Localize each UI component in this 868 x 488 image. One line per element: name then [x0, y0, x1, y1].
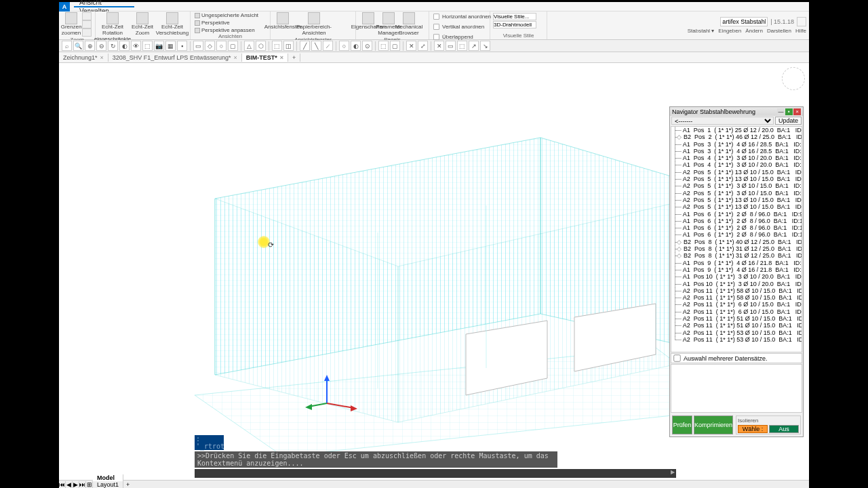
search-input[interactable]	[720, 17, 768, 26]
pruefen-button[interactable]: Prüfen	[672, 415, 692, 434]
toolbar-btn-41[interactable]: ↘	[480, 41, 490, 51]
command-input[interactable]	[195, 469, 676, 478]
sublink-hilfe[interactable]: Hilfe	[795, 28, 806, 34]
navigator-min-icon[interactable]: —	[777, 108, 785, 115]
layout-nav[interactable]: ⏮◀▶⏭⊞	[59, 481, 93, 488]
navigator-row[interactable]: ├◇ B2 Pos 8 ( 1* 1*) 40 Ø 12 / 25.0 BA:1…	[671, 239, 802, 245]
navigator-row[interactable]: ├─ A1 Pos 6 ( 1* 1*) 2 Ø 8 / 96.0 BA:1 I…	[671, 218, 802, 224]
toolbar-btn-32[interactable]: ▢	[390, 41, 400, 51]
toolbar-btn-24[interactable]: ╲	[311, 41, 321, 51]
navigator-row[interactable]: ├◇ B2 Pos 8 ( 1* 1*) 31 Ø 12 / 25.0 BA:1…	[671, 245, 802, 252]
navigator-row[interactable]: ├─ A1 Pos 3 ( 1* 1*) 4 Ø 16 / 28.5 BA:1 …	[671, 148, 802, 155]
check-vertikal[interactable]: Vertikal anordnen	[432, 22, 484, 31]
ansicht-perspektive-anpassen[interactable]: Perspektive anpassen	[193, 27, 256, 33]
toolbar-btn-21[interactable]: ◫	[283, 41, 294, 51]
aus-button[interactable]: Aus	[769, 425, 799, 433]
navigator-row[interactable]: ├─ A2 Pos 11 ( 1* 1*) 53 Ø 10 / 15.0 BA:…	[671, 329, 802, 336]
toolbar-btn-20[interactable]: ⬚	[272, 41, 282, 51]
toolbar-btn-35[interactable]: ⤢	[418, 41, 428, 51]
close-icon[interactable]: ×	[280, 54, 283, 61]
layout-add[interactable]: +	[123, 481, 132, 488]
toolbar-btn-8[interactable]: 📷	[154, 41, 164, 51]
navigator-close-icon[interactable]: ×	[793, 108, 801, 115]
toolbar-btn-12[interactable]: ▭	[193, 41, 203, 51]
navigator-row[interactable]: └─ A2 Pos 11 ( 1* 1*) 53 Ø 10 / 15.0 BA:…	[671, 336, 802, 343]
navigator-row[interactable]: ├─ A2 Pos 11 ( 1* 1*) 51 Ø 10 / 15.0 BA:…	[671, 315, 802, 322]
zoom-btn-2[interactable]	[82, 20, 92, 28]
toolbar-btn-10[interactable]: ▪	[177, 41, 187, 51]
layout-tab-layout1[interactable]: Layout1	[93, 481, 123, 488]
toolbar-btn-29[interactable]: ⊙	[362, 41, 372, 51]
toolbar-btn-5[interactable]: ◐	[119, 41, 130, 51]
sublink-darstellen[interactable]: Darstellen	[767, 28, 791, 34]
navigator-row[interactable]: ├─ A1 Pos 1 ( 1* 1*) 25 Ø 12 / 20.0 BA:1…	[671, 127, 802, 134]
toolbar-btn-23[interactable]: ╱	[300, 41, 310, 51]
toolbar-btn-39[interactable]: ⬚	[457, 41, 467, 51]
navigator-row[interactable]: ├─ A1 Pos 6 ( 1* 1*) 2 Ø 8 / 96.0 BA:1 I…	[671, 224, 802, 231]
toolbar-btn-4[interactable]: ↻	[108, 41, 118, 51]
doc-tab-add[interactable]: +	[288, 54, 300, 62]
toolbar-btn-28[interactable]: ◐	[351, 41, 361, 51]
viewport-3d[interactable]: ⟳ : '_rtrot >>Drücken Sie die Eingabetas…	[59, 63, 809, 488]
navigator-row[interactable]: ├─ A2 Pos 11 ( 1* 1*) 51 Ø 10 / 15.0 BA:…	[671, 322, 802, 329]
ansicht-perspektive[interactable]: Perspektive	[193, 20, 231, 26]
navigator-row[interactable]: ├─ A1 Pos 9 ( 1* 1*) 4 Ø 16 / 21.8 BA:1 …	[671, 266, 802, 273]
nav-echt-zeit[interactable]: Echt-Zeit Verschiebung	[158, 12, 186, 37]
navigator-row[interactable]: ├─ A1 Pos 6 ( 1* 1*) 2 Ø 8 / 96.0 BA:1 I…	[671, 211, 802, 218]
toolbar-btn-13[interactable]: ◇	[205, 41, 215, 51]
navigator-row[interactable]: ├─ A1 Pos 10 ( 1* 1*) 3 Ø 10 / 20.0 BA:1…	[671, 281, 802, 287]
close-icon[interactable]: ×	[100, 54, 104, 61]
toolbar-btn-0[interactable]: ⌕	[62, 41, 72, 51]
drahtmodell-combo[interactable]	[493, 21, 536, 28]
navigator-row[interactable]: ├─ A2 Pos 5 ( 1* 1*) 3 Ø 10 / 15.0 BA:1 …	[671, 190, 802, 197]
check-horizontal[interactable]: Horizontal anordnen	[432, 12, 491, 21]
eigenschaften-button[interactable]: Eigenschaften	[359, 12, 378, 30]
toolbar-btn-34[interactable]: ✕	[406, 41, 416, 51]
navigator-list[interactable]: ├─ A1 Pos 1 ( 1* 1*) 25 Ø 12 / 20.0 BA:1…	[671, 126, 802, 352]
ansicht-ungespeichert[interactable]: Ungespeicherte Ansicht	[193, 12, 260, 18]
toolbar-btn-25[interactable]: ⟋	[323, 41, 333, 51]
navigator-row[interactable]: ├─ A1 Pos 3 ( 1* 1*) 4 Ø 16 / 28.5 BA:1 …	[671, 141, 802, 148]
navigator-row[interactable]: ├─ A2 Pos 5 ( 1* 1*) 13 Ø 10 / 15.0 BA:1…	[671, 203, 802, 210]
navigator-row[interactable]: ├◇ B2 Pos 2 ( 1* 1*) 46 Ø 12 / 25.0 BA:1…	[671, 134, 802, 140]
app-icon[interactable]: A	[59, 2, 70, 12]
toolbar-btn-1[interactable]: 🔍	[73, 41, 83, 51]
navigator-multiselect[interactable]: Auswahl mehrerer Datensätze.	[671, 353, 802, 363]
waehle-button[interactable]: Wähle :	[738, 425, 768, 433]
toolbar-btn-7[interactable]: ⬚	[142, 41, 153, 51]
doc-tab[interactable]: Zeichnung1*×	[59, 54, 108, 62]
navigator-filter-select[interactable]: <-------	[671, 117, 774, 125]
navigator-row[interactable]: ├─ A1 Pos 9 ( 1* 1*) 4 Ø 16 / 21.8 BA:1 …	[671, 260, 802, 266]
navigator-row[interactable]: ├─ A1 Pos 4 ( 1* 1*) 3 Ø 10 / 20.0 BA:1 …	[671, 161, 802, 168]
toolbar-btn-18[interactable]: ⬡	[256, 41, 266, 51]
view-cube[interactable]	[782, 67, 805, 90]
navigator-row[interactable]: ├─ A1 Pos 4 ( 1* 1*) 3 Ø 10 / 20.0 BA:1 …	[671, 155, 802, 161]
toolbar-btn-31[interactable]: ⬚	[378, 41, 389, 51]
mechanical-browser-button[interactable]: Mechanical Browser	[399, 12, 418, 37]
visuelle-stile-combo[interactable]	[493, 13, 536, 20]
navigator-row[interactable]: ├─ A1 Pos 6 ( 1* 1*) 2 Ø 8 / 96.0 BA:1 I…	[671, 231, 802, 238]
toolbar-btn-40[interactable]: ↗	[469, 41, 479, 51]
papierbereich-button[interactable]: Papierbereich-Ansichten	[294, 12, 334, 37]
toolbar-btn-6[interactable]: 👁	[131, 41, 141, 51]
nav-echt-zeit[interactable]: Echt-Zeit Zoom	[128, 12, 157, 37]
navigator-title-bar[interactable]: Navigator Stabstahlbewehrung — ▪ ×	[670, 107, 803, 116]
toolbar-btn-17[interactable]: △	[244, 41, 254, 51]
toolbar-btn-27[interactable]: ○	[339, 41, 349, 51]
navigator-row[interactable]: ├─ A1 Pos 10 ( 1* 1*) 3 Ø 10 / 20.0 BA:1…	[671, 273, 802, 280]
navigator-row[interactable]: ├─ A2 Pos 5 ( 1* 1*) 3 Ø 10 / 15.0 BA:1 …	[671, 182, 802, 189]
navigator-row[interactable]: ├─ A2 Pos 5 ( 1* 1*) 13 Ø 10 / 15.0 BA:1…	[671, 176, 802, 182]
navigator-row[interactable]: ├─ A2 Pos 11 ( 1* 1*) 6 Ø 10 / 15.0 BA:1…	[671, 308, 802, 315]
sublink-eingeben[interactable]: Eingeben	[718, 28, 741, 34]
toolbar-btn-14[interactable]: ○	[216, 41, 226, 51]
close-icon[interactable]: ×	[233, 54, 237, 61]
search-go-button[interactable]	[797, 17, 806, 26]
toolbar-btn-3[interactable]: ⊖	[96, 41, 106, 51]
doc-tab[interactable]: 3208_SHV F1_Entwurf LPS Entwässerung*×	[108, 54, 242, 62]
ribbon-tab-ansicht[interactable]: Ansicht	[74, 0, 134, 7]
toolbar-btn-37[interactable]: ✕	[434, 41, 444, 51]
navigator-row[interactable]: ├─ A2 Pos 11 ( 1* 1*) 58 Ø 10 / 15.0 BA:…	[671, 287, 802, 294]
toolbar-btn-38[interactable]: ▭	[446, 41, 456, 51]
layout-tab-model[interactable]: Model	[93, 474, 123, 481]
navigator-row[interactable]: ├◇ B2 Pos 8 ( 1* 1*) 31 Ø 12 / 25.0 BA:1…	[671, 252, 802, 259]
